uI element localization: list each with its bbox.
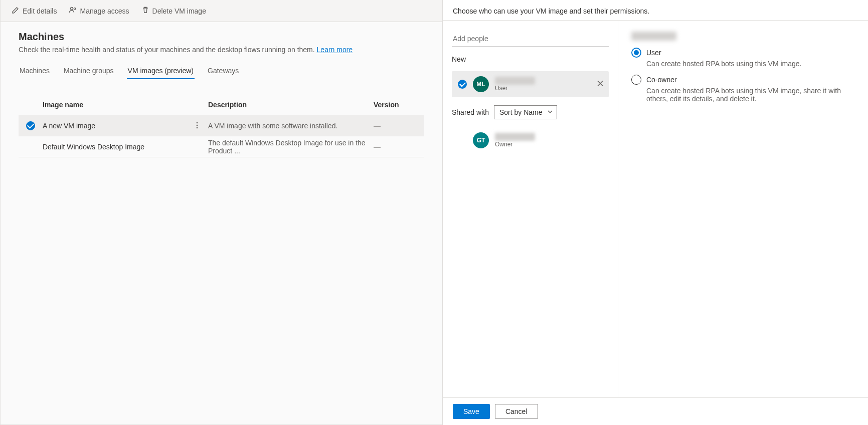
learn-more-link[interactable]: Learn more xyxy=(317,46,353,54)
people-icon xyxy=(69,6,77,16)
remove-person-button[interactable] xyxy=(597,80,604,89)
manage-label: Manage access xyxy=(80,7,129,15)
row-name: A new VM image xyxy=(43,122,208,130)
tab-machines[interactable]: Machines xyxy=(19,63,51,80)
radio-coowner-desc: Can create hosted RPA bots using this VM… xyxy=(646,87,855,103)
svg-point-0 xyxy=(71,8,73,10)
row-desc: A VM image with some software installed. xyxy=(208,122,374,130)
edit-details-button[interactable]: Edit details xyxy=(7,3,62,19)
delete-label: Delete VM image xyxy=(152,7,206,15)
row-desc: The default Windows Desktop Image for us… xyxy=(208,139,374,155)
svg-point-3 xyxy=(197,125,198,126)
permission-title-redacted xyxy=(631,32,676,41)
vm-images-table: Image name Description Version A new VM … xyxy=(19,94,424,157)
new-person-card[interactable]: ML User xyxy=(452,71,609,97)
delete-vm-button[interactable]: Delete VM image xyxy=(136,3,211,19)
tab-vm-images[interactable]: VM images (preview) xyxy=(127,63,195,80)
page-title: Machines xyxy=(19,31,424,43)
radio-user-label: User xyxy=(646,49,661,57)
tabs: Machines Machine groups VM images (previ… xyxy=(19,63,424,80)
col-version[interactable]: Version xyxy=(374,101,424,109)
person-role: User xyxy=(495,85,535,92)
row-name: Default Windows Desktop Image xyxy=(43,143,208,151)
panel-description: Choose who can use your VM image and set… xyxy=(443,0,868,20)
content: Machines Check the real-time health and … xyxy=(1,22,442,166)
pencil-icon xyxy=(12,6,20,16)
table-row[interactable]: A new VM image A VM image with some soft… xyxy=(19,115,424,136)
checkmark-icon xyxy=(458,80,467,89)
panel-permissions: User Can create hosted RPA bots using th… xyxy=(618,21,868,397)
radio-coowner[interactable] xyxy=(631,75,641,85)
radio-user-desc: Can create hosted RPA bots using this VM… xyxy=(646,60,855,68)
add-people-input[interactable] xyxy=(452,31,609,47)
person-name-redacted xyxy=(495,133,535,141)
cancel-button[interactable]: Cancel xyxy=(495,404,538,419)
shared-person-card[interactable]: GT Owner xyxy=(452,127,609,153)
person-role: Owner xyxy=(495,141,535,148)
radio-coowner-label: Co-owner xyxy=(646,76,677,84)
panel-people: New ML User Shared with Sort by Name xyxy=(443,21,618,397)
row-version: — xyxy=(374,143,424,151)
person-name-redacted xyxy=(495,77,535,85)
subtitle-text: Check the real-time health and status of… xyxy=(19,46,317,54)
avatar: GT xyxy=(473,132,489,148)
panel-footer: Save Cancel xyxy=(443,397,868,425)
shared-with-label: Shared with xyxy=(452,108,489,116)
share-panel: Choose who can use your VM image and set… xyxy=(442,0,868,425)
row-version: — xyxy=(374,122,424,130)
toolbar: Edit details Manage access Delete VM ima… xyxy=(1,0,442,22)
col-description[interactable]: Description xyxy=(208,101,374,109)
tab-gateways[interactable]: Gateways xyxy=(207,63,240,80)
chevron-down-icon xyxy=(547,108,553,116)
avatar: ML xyxy=(473,76,489,92)
manage-access-button[interactable]: Manage access xyxy=(64,3,134,19)
trash-icon xyxy=(141,6,149,16)
tab-machine-groups[interactable]: Machine groups xyxy=(63,63,115,80)
table-header: Image name Description Version xyxy=(19,94,424,115)
svg-point-2 xyxy=(197,122,198,124)
save-button[interactable]: Save xyxy=(453,404,490,419)
row-more-icon[interactable] xyxy=(193,121,201,131)
page-subtitle: Check the real-time health and status of… xyxy=(19,46,424,54)
radio-user[interactable] xyxy=(631,48,641,58)
new-label: New xyxy=(452,55,609,63)
table-row[interactable]: Default Windows Desktop Image The defaul… xyxy=(19,136,424,157)
svg-point-4 xyxy=(197,127,198,129)
col-image-name[interactable]: Image name xyxy=(43,101,208,109)
edit-label: Edit details xyxy=(23,7,57,15)
sort-value: Sort by Name xyxy=(499,108,543,116)
svg-point-1 xyxy=(74,8,76,10)
row-checkbox[interactable] xyxy=(26,121,35,130)
main-pane: Edit details Manage access Delete VM ima… xyxy=(0,0,442,425)
